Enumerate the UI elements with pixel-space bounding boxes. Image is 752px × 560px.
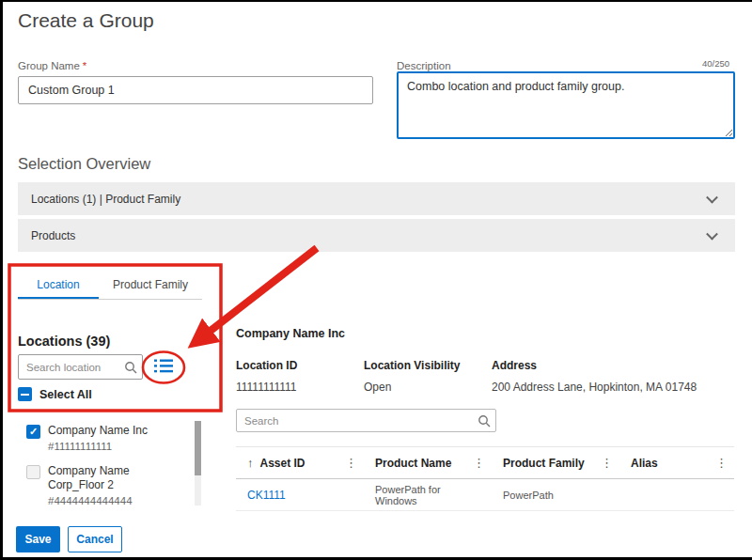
detail-value: Open [364, 381, 460, 394]
column-label: Alias [631, 457, 658, 470]
location-id: #11111111111 [48, 440, 148, 454]
chevron-down-icon [706, 191, 718, 203]
product-name-cell: PowerPath for Windows [364, 484, 492, 506]
tab-location[interactable]: Location [18, 272, 99, 299]
asset-search-input[interactable] [236, 409, 496, 432]
selection-overview-title: Selection Overview [18, 155, 150, 173]
scrollbar-thumb[interactable] [195, 421, 201, 475]
column-label: Product Name [375, 457, 451, 470]
table-row: CK1111 PowerPath for Windows PowerPath [236, 479, 734, 511]
accordion-label: Products [31, 229, 75, 242]
assets-table: ↑ Asset ID ⋮ Product Name ⋮ Product Fami… [236, 446, 734, 511]
checkbox-checked[interactable]: ✓ [26, 425, 40, 439]
column-header-product-family[interactable]: Product Family ⋮ [492, 447, 619, 478]
location-id: #4444444444444 [48, 494, 159, 506]
accordion-label: Locations (1) | Product Family [31, 193, 180, 206]
cancel-button[interactable]: Cancel [68, 526, 122, 552]
group-name-label-text: Group Name [18, 60, 80, 71]
accordion-products[interactable]: Products [18, 219, 735, 252]
sort-ascending-icon[interactable]: ↑ [247, 456, 254, 470]
select-all-checkbox-indeterminate[interactable] [18, 387, 32, 401]
detail-location-visibility: Location Visibility Open [364, 359, 460, 394]
search-icon [124, 361, 137, 374]
column-menu-icon[interactable]: ⋮ [473, 456, 485, 470]
description-label: Description [397, 60, 451, 71]
location-name: Company Name Inc [48, 424, 148, 438]
column-header-alias[interactable]: Alias ⋮ [619, 447, 734, 478]
table-header-row: ↑ Asset ID ⋮ Product Name ⋮ Product Fami… [236, 446, 734, 479]
chevron-down-icon [706, 227, 718, 240]
column-menu-icon[interactable]: ⋮ [715, 456, 728, 470]
column-menu-icon[interactable]: ⋮ [345, 456, 357, 470]
location-name: Company Name Corp_Floor 2 [48, 464, 159, 492]
left-panel-tabs: Location Product Family [18, 272, 202, 300]
checkbox-unchecked[interactable] [26, 465, 40, 479]
list-item[interactable]: Company Name Corp_Floor 2 #4444444444444 [18, 459, 193, 506]
column-label: Product Family [503, 457, 585, 470]
select-all-label: Select All [39, 388, 92, 401]
locations-heading: Locations (39) [18, 334, 110, 349]
detail-label: Location ID [236, 359, 297, 372]
location-search [18, 354, 143, 380]
list-scrollbar[interactable] [195, 421, 201, 506]
column-header-product-name[interactable]: Product Name ⋮ [364, 447, 492, 478]
detail-value: 11111111111 [236, 381, 297, 394]
column-header-asset-id[interactable]: ↑ Asset ID ⋮ [236, 447, 364, 478]
select-all-row[interactable]: Select All [18, 387, 92, 401]
search-icon [478, 414, 491, 428]
detail-label: Address [492, 359, 697, 372]
accordion-locations-product-family[interactable]: Locations (1) | Product Family [18, 182, 735, 215]
column-label: Asset ID [260, 457, 306, 470]
required-asterisk: * [83, 60, 86, 71]
group-name-label: Group Name* [18, 60, 86, 71]
column-menu-icon[interactable]: ⋮ [601, 456, 613, 470]
list-item[interactable]: ✓ Company Name Inc #11111111111 [18, 419, 193, 459]
detail-location-id: Location ID 11111111111 [236, 359, 297, 394]
asset-search [236, 409, 496, 432]
tab-product-family[interactable]: Product Family [99, 272, 202, 299]
detail-address: Address 200 Address Lane, Hopkinton, MA … [492, 359, 697, 394]
save-button[interactable]: Save [16, 526, 60, 552]
detail-label: Location Visibility [364, 359, 460, 372]
product-family-cell: PowerPath [492, 490, 619, 501]
char-count: 40/250 [702, 58, 729, 69]
description-textarea[interactable]: Combo location and product family group. [397, 71, 735, 139]
page-title: Create a Group [18, 9, 154, 32]
company-name: Company Name Inc [236, 327, 345, 340]
create-group-page: Create a Group Group Name* Description 4… [0, 0, 752, 560]
asset-id-link[interactable]: CK1111 [236, 489, 364, 502]
group-name-input[interactable] [18, 76, 373, 104]
detail-value: 200 Address Lane, Hopkinton, MA 01748 [492, 381, 697, 394]
list-view-icon [153, 358, 174, 374]
list-view-button[interactable] [149, 355, 179, 380]
locations-list: ✓ Company Name Inc #11111111111 Company … [18, 419, 193, 506]
